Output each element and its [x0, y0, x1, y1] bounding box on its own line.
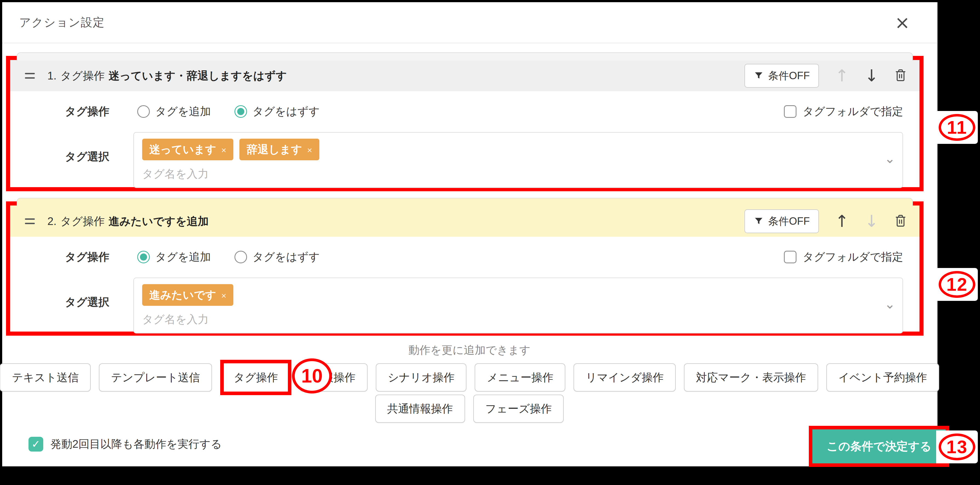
tag-select-input[interactable]: 迷っています × 辞退します × タグ名を入力 ⌄	[134, 132, 903, 188]
action-type-buttons-row2: 共通情報操作 フェーズ操作	[2, 394, 937, 423]
tag-select-input[interactable]: 進みたいです × タグ名を入力 ⌄	[134, 278, 903, 333]
tag-select-label: タグ選択	[65, 149, 134, 164]
block1-order: 1.	[48, 70, 56, 82]
dialog-title: アクション設定	[19, 15, 105, 30]
action-block-1: 1. タグ操作 迷っています・辞退しますをはずす 条件OFF ↑ ↓	[10, 60, 920, 187]
tag-operation-label: タグ操作	[65, 104, 134, 119]
action-settings-dialog: アクション設定 × 1. タグ操作 迷っています・辞退しますをはずす	[2, 2, 937, 466]
add-common-info-operation-button[interactable]: 共通情報操作	[375, 394, 465, 423]
add-reminder-operation-button[interactable]: リマインダ操作	[574, 363, 676, 392]
tag-chip: 進みたいです ×	[142, 284, 233, 306]
radio-remove-tag[interactable]: タグをはずす	[234, 104, 320, 119]
checked-checkbox-icon: ✓	[29, 437, 43, 451]
annotation-notch-11: 11	[936, 111, 978, 144]
annotation-notch-12: 12	[936, 268, 978, 301]
drag-handle-icon[interactable]	[25, 73, 35, 79]
add-menu-operation-button[interactable]: メニュー操作	[475, 363, 565, 392]
add-scenario-operation-button[interactable]: シナリオ操作	[376, 363, 467, 392]
chevron-down-icon[interactable]: ⌄	[885, 151, 896, 166]
annotation-box-tag-op-button: タグ操作	[220, 360, 291, 395]
dialog-header: アクション設定	[2, 2, 937, 43]
card-top-edge	[17, 198, 913, 206]
annotation-badge-11: 11	[939, 114, 975, 141]
radio-circle-icon	[137, 251, 150, 263]
screenshot-frame: アクション設定 × 1. タグ操作 迷っています・辞退しますをはずす	[0, 0, 980, 485]
radio-remove-tag[interactable]: タグをはずす	[234, 249, 320, 265]
card-top-edge	[17, 52, 913, 61]
radio-circle-icon	[234, 105, 247, 118]
annotation-badge-13: 13	[939, 434, 975, 460]
tag-chip: 辞退します ×	[239, 139, 319, 160]
annotation-box-block1: 1. タグ操作 迷っています・辞退しますをはずす 条件OFF ↑ ↓	[6, 56, 924, 191]
annotation-badge-10: 10	[292, 358, 332, 394]
radio-add-tag[interactable]: タグを追加	[137, 104, 211, 119]
block2-summary: 進みたいですを追加	[108, 214, 209, 229]
annotation-box-block2: 2. タグ操作 進みたいですを追加 条件OFF ↑ ↓	[6, 201, 924, 336]
delete-trash-icon[interactable]	[894, 69, 907, 83]
condition-off-button[interactable]: 条件OFF	[745, 64, 819, 88]
block2-type: タグ操作	[60, 214, 105, 229]
add-more-hint: 動作を更に追加できます	[2, 343, 937, 357]
radio-circle-icon	[137, 105, 150, 118]
repeat-execution-checkbox[interactable]: ✓ 発動2回目以降も各動作を実行する	[29, 437, 222, 451]
annotation-box-submit: この条件で決定する	[809, 426, 949, 467]
delete-trash-icon[interactable]	[894, 214, 907, 228]
radio-add-tag[interactable]: タグを追加	[137, 249, 211, 265]
tag-input-placeholder: タグ名を入力	[142, 166, 883, 181]
annotation-notch-13: 13	[936, 431, 978, 463]
radio-circle-icon	[234, 251, 247, 263]
block2-order: 2.	[48, 215, 56, 227]
move-down-icon[interactable]: ↓	[865, 67, 878, 84]
filter-funnel-icon	[754, 71, 764, 81]
block2-header: 2. タグ操作 進みたいですを追加 条件OFF ↑ ↓	[10, 206, 920, 237]
tag-chip: 迷っています ×	[142, 139, 233, 160]
add-event-reservation-button[interactable]: イベント予約操作	[826, 363, 939, 392]
add-text-send-button[interactable]: テキスト送信	[0, 363, 91, 392]
checkbox-icon	[784, 105, 797, 118]
add-tag-operation-button[interactable]: タグ操作	[224, 363, 288, 392]
drag-handle-icon[interactable]	[25, 219, 35, 224]
tag-select-label: タグ選択	[65, 295, 134, 310]
block1-summary: 迷っています・辞退しますをはずす	[108, 68, 287, 83]
confirm-conditions-button[interactable]: この条件で決定する	[812, 429, 946, 463]
filter-funnel-icon	[754, 216, 764, 226]
move-down-icon[interactable]: ↓	[865, 213, 878, 229]
action-block-2: 2. タグ操作 進みたいですを追加 条件OFF ↑ ↓	[10, 206, 920, 332]
tag-input-placeholder: タグ名を入力	[142, 312, 883, 327]
tag-folder-checkbox[interactable]: タグフォルダで指定	[784, 104, 903, 119]
chip-remove-icon[interactable]: ×	[307, 145, 312, 155]
tag-folder-checkbox[interactable]: タグフォルダで指定	[784, 249, 903, 265]
block1-header: 1. タグ操作 迷っています・辞退しますをはずす 条件OFF ↑ ↓	[10, 60, 920, 91]
block1-type: タグ操作	[60, 68, 105, 83]
add-template-send-button[interactable]: テンプレート送信	[99, 363, 212, 392]
chip-remove-icon[interactable]: ×	[221, 291, 226, 301]
annotation-badge-12: 12	[939, 271, 975, 298]
action-type-buttons-row1: テキスト送信 テンプレート送信 タグ操作 情報操作 シナリオ操作 メニュー操作 …	[2, 363, 937, 392]
move-up-icon[interactable]: ↑	[835, 67, 848, 84]
chip-remove-icon[interactable]: ×	[221, 145, 226, 155]
condition-off-button[interactable]: 条件OFF	[745, 209, 819, 233]
move-up-icon[interactable]: ↑	[835, 213, 848, 229]
checkbox-icon	[784, 251, 797, 263]
tag-operation-label: タグ操作	[65, 249, 134, 265]
close-icon[interactable]: ×	[895, 14, 910, 32]
chevron-down-icon[interactable]: ⌄	[885, 296, 896, 311]
add-mark-display-operation-button[interactable]: 対応マーク・表示操作	[684, 363, 818, 392]
add-phase-operation-button[interactable]: フェーズ操作	[473, 394, 564, 423]
